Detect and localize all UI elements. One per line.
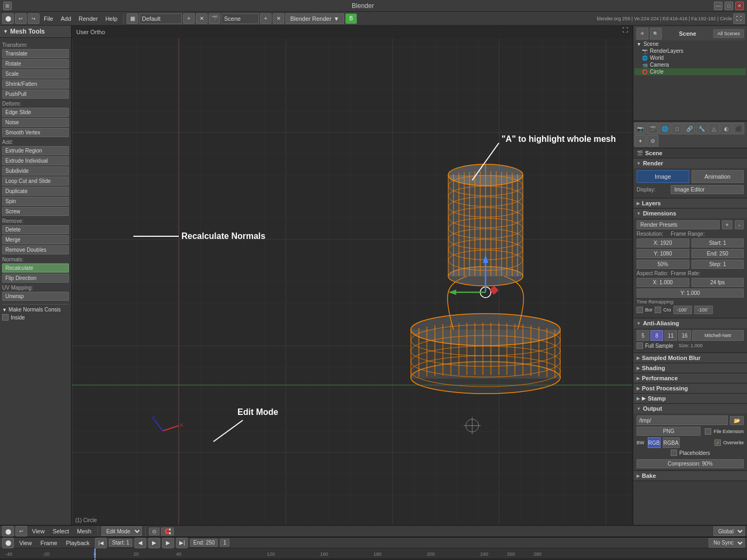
add-screen-btn[interactable]: + xyxy=(183,13,195,24)
menu-file[interactable]: File xyxy=(41,14,57,23)
overwrite-checkbox[interactable] xyxy=(714,439,721,446)
output-header[interactable]: Output xyxy=(633,404,747,413)
rotate-btn[interactable]: Rotate xyxy=(2,59,69,68)
object-props-icon[interactable]: □ xyxy=(671,123,683,134)
inside-checkbox[interactable] xyxy=(2,314,9,321)
maximize-btn[interactable]: □ xyxy=(725,2,733,10)
subdivide-btn[interactable]: Subdivide xyxy=(2,166,69,175)
display-selector[interactable]: Image Editor xyxy=(671,185,744,194)
format-selector-btn[interactable]: PNG xyxy=(637,427,701,436)
translate-btn[interactable]: Translate xyxy=(2,49,69,58)
render-props-icon[interactable]: 📷 xyxy=(634,123,646,134)
edge-slide-btn[interactable]: Edge Slide xyxy=(2,108,69,117)
end-btn[interactable]: End: 250 xyxy=(692,249,744,258)
unwrap-btn[interactable]: Unwrap xyxy=(2,292,69,301)
aa-5-btn[interactable]: 5 xyxy=(637,330,649,341)
play-btn[interactable]: ▶ xyxy=(148,538,160,548)
layers-header[interactable]: Layers xyxy=(633,198,747,208)
aspect-y-btn[interactable]: Y: 1.000 xyxy=(637,289,744,298)
anti-aliasing-header[interactable]: Anti-Aliasing xyxy=(633,318,747,328)
viewport[interactable]: User Ortho ⛶ xyxy=(72,26,632,525)
mode-selector[interactable]: Edit Mode xyxy=(101,526,142,536)
engine-icon[interactable]: B xyxy=(345,13,357,24)
scene-props-icon[interactable]: 🎬 xyxy=(647,123,658,134)
recalculate-btn[interactable]: Recalculate xyxy=(2,263,69,273)
timeline-icon[interactable]: ⬤ xyxy=(2,538,14,548)
output-path-input[interactable] xyxy=(637,415,728,425)
prev-frame-btn[interactable]: ◀ xyxy=(134,538,146,548)
old-btn[interactable]: -100` xyxy=(673,306,692,314)
remove-doubles-btn[interactable]: Remove Doubles xyxy=(2,245,69,254)
all-scenes-btn[interactable]: All Scenes xyxy=(713,29,744,38)
screen-layout-icon[interactable]: ▦ xyxy=(126,13,138,24)
fps-btn[interactable]: 24 fps xyxy=(692,278,744,287)
outliner-world[interactable]: 🌐 World xyxy=(634,54,746,61)
noise-btn[interactable]: Noise xyxy=(2,118,69,127)
constraint-props-icon[interactable]: 🔗 xyxy=(684,123,695,134)
start-frame-btn[interactable]: Start: 1 xyxy=(109,539,132,547)
render-animation-btn[interactable]: Animation xyxy=(692,170,744,183)
right-end-btn[interactable]: ▶| xyxy=(176,538,188,548)
scene-input[interactable] xyxy=(221,13,259,24)
scale-btn[interactable]: Scale xyxy=(2,69,69,78)
current-frame-btn[interactable]: 1 xyxy=(220,539,229,547)
aa-16-btn[interactable]: 16 xyxy=(678,330,691,341)
aa-8-btn[interactable]: 8 xyxy=(650,330,663,341)
smooth-vertex-btn[interactable]: Smooth Vertex xyxy=(2,128,69,137)
outliner-view-btn[interactable]: 👁 xyxy=(637,28,648,39)
snap-btn[interactable]: 🧲 xyxy=(161,527,174,535)
minimize-btn[interactable]: — xyxy=(714,2,722,10)
outliner-renderlayers[interactable]: 📷 RenderLayers xyxy=(634,47,746,54)
sync-mode-selector[interactable]: No Sync xyxy=(709,538,745,548)
extrude-individual-btn[interactable]: Extrude Individual xyxy=(2,156,69,165)
add-scene-btn[interactable]: + xyxy=(260,13,272,24)
cro-checkbox[interactable] xyxy=(655,307,661,313)
next-frame-btn[interactable]: ▶ xyxy=(162,538,174,548)
step-btn[interactable]: Step: 1 xyxy=(692,260,744,269)
merge-btn[interactable]: Merge xyxy=(2,235,69,244)
bottom-select-menu[interactable]: Select xyxy=(50,527,73,535)
menu-help[interactable]: Help xyxy=(102,14,121,23)
add-preset-btn[interactable]: + xyxy=(722,220,733,229)
timeline-left-end-btn[interactable]: |◀ xyxy=(95,538,107,548)
layout-selector[interactable] xyxy=(139,13,182,24)
timeline-playback-menu[interactable]: Playback xyxy=(62,539,93,547)
rgb-btn[interactable]: RGB xyxy=(648,437,661,448)
window-menu-btn[interactable]: ⊞ xyxy=(3,2,12,10)
start-btn[interactable]: Start: 1 xyxy=(692,238,744,247)
stamp-header[interactable]: ▶ Stamp xyxy=(633,394,747,403)
global-local-selector[interactable]: Global xyxy=(713,526,745,536)
end-frame-btn[interactable]: End: 250 xyxy=(190,539,218,547)
push-pull-btn[interactable]: PushPull xyxy=(2,90,69,99)
close-btn[interactable]: ✕ xyxy=(735,2,744,10)
texture-props-icon[interactable]: ⬛ xyxy=(733,123,744,134)
outliner-scene[interactable]: ▼ Scene xyxy=(634,41,746,47)
spin-btn[interactable]: Spin xyxy=(2,197,69,206)
bottom-left-icon[interactable]: ⬤ xyxy=(2,526,14,537)
file-ext-checkbox[interactable] xyxy=(705,428,711,435)
proportional-editing-btn[interactable]: ⊙ xyxy=(149,527,160,535)
material-props-icon[interactable]: ◐ xyxy=(720,123,732,134)
make-normals-header[interactable]: ▼ Make Normals Consis xyxy=(2,307,69,313)
data-props-icon[interactable]: △ xyxy=(708,123,720,134)
loop-cut-btn[interactable]: Loop Cut and Slide xyxy=(2,177,69,186)
timeline-frame-menu[interactable]: Frame xyxy=(37,539,61,547)
aspect-x-btn[interactable]: X: 1.000 xyxy=(637,278,689,287)
bottom-undo-btn[interactable]: ↩ xyxy=(15,526,27,537)
extrude-region-btn[interactable]: Extrude Region xyxy=(2,146,69,155)
bottom-mesh-menu[interactable]: Mesh xyxy=(74,527,94,535)
modifier-props-icon[interactable]: 🔧 xyxy=(696,123,708,134)
del-screen-btn[interactable]: ✕ xyxy=(196,13,208,24)
res-pct-btn[interactable]: 50% xyxy=(637,260,689,269)
undo-btn[interactable]: ↩ xyxy=(15,13,27,24)
flip-direction-btn[interactable]: Flip Direction xyxy=(2,274,69,283)
world-props-icon[interactable]: 🌐 xyxy=(659,123,671,134)
motion-blur-header[interactable]: Sampled Motion Blur xyxy=(633,353,747,363)
scene-icon[interactable]: 🎬 xyxy=(209,13,220,24)
post-processing-header[interactable]: Post Processing xyxy=(633,383,747,393)
render-presets-btn[interactable]: Render Presets xyxy=(637,220,720,229)
del-preset-btn[interactable]: - xyxy=(735,220,744,229)
res-y-btn[interactable]: Y: 1080 xyxy=(637,249,689,258)
dimensions-header[interactable]: Dimensions xyxy=(633,209,747,218)
render-section-header[interactable]: Render xyxy=(633,158,747,168)
